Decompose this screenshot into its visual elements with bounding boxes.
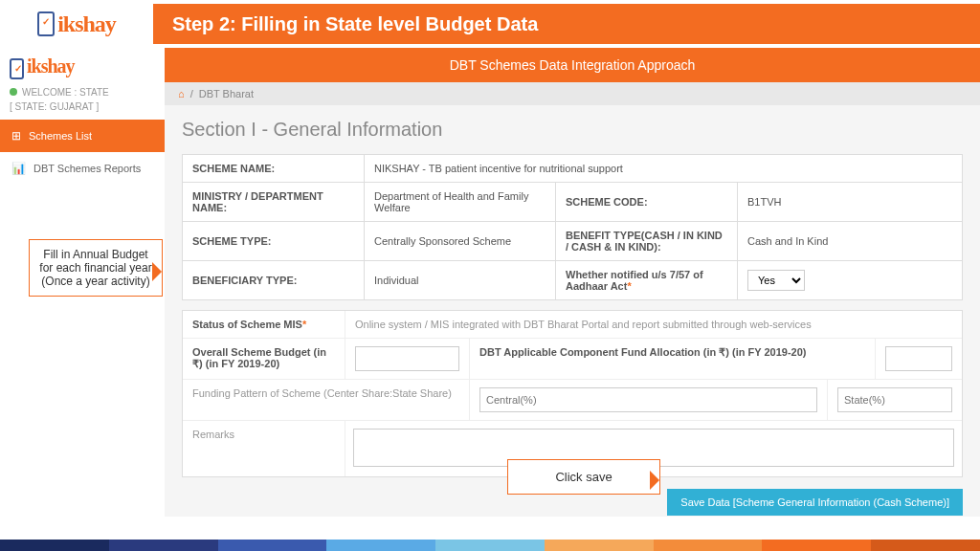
dbt-component-label: DBT Applicable Component Fund Allocation… (470, 339, 876, 379)
form-section: Status of Scheme MIS* Online system / MI… (182, 310, 963, 477)
scheme-type-label: SCHEME TYPE: (183, 222, 365, 261)
logo-text: ikshay (27, 55, 75, 77)
callout-budget: Fill in Annual Budget for each financial… (29, 239, 163, 297)
scheme-code-label: SCHEME CODE: (556, 183, 738, 222)
save-button[interactable]: Save Data [Scheme General Information (C… (667, 489, 963, 516)
scheme-name-value: NIKSHAY - TB patient incentive for nutri… (365, 155, 963, 183)
funding-pattern-label: Funding Pattern of Scheme (Center Share:… (183, 380, 470, 420)
benefit-type-label: BENEFIT TYPE(CASH / IN KIND / CASH & IN … (556, 222, 738, 261)
logo-top: ikshay (0, 11, 153, 37)
welcome-text: WELCOME : STATE (0, 85, 165, 99)
nav-dbt-reports[interactable]: 📊 DBT Schemes Reports (0, 152, 165, 185)
callout-save: Click save (507, 459, 660, 495)
breadcrumb: ⌂ / DBT Bharat (165, 82, 980, 105)
info-table: SCHEME NAME: NIKSHAY - TB patient incent… (182, 154, 963, 300)
home-icon[interactable]: ⌂ (178, 88, 185, 99)
status-mis-label: Status of Scheme MIS* (183, 311, 345, 338)
scheme-code-value: B1TVH (738, 183, 963, 222)
section-title: Section I - General Information (182, 119, 963, 141)
breadcrumb-sep: / (190, 88, 193, 99)
banner-title: DBT Schemes Data Integration Approach (165, 48, 980, 82)
overall-budget-label: Overall Scheme Budget (in ₹) (in FY 2019… (183, 339, 345, 379)
aadhaar-select-cell: Yes (738, 261, 963, 300)
ministry-value: Department of Health and Family Welfare (365, 183, 556, 222)
beneficiary-label: BENEFICIARY TYPE: (183, 261, 365, 300)
nav-label: Schemes List (29, 130, 92, 142)
dashboard-icon: ⊞ (11, 129, 21, 143)
ministry-label: MINISTRY / DEPARTMENT NAME: (183, 183, 365, 222)
central-percent-input[interactable] (479, 387, 817, 412)
remarks-label: Remarks (183, 421, 345, 476)
logo-text: ikshay (57, 11, 116, 37)
dbt-component-input[interactable] (885, 346, 952, 371)
nav-label: DBT Schemes Reports (33, 163, 141, 174)
step-title: Step 2: Filling in State level Budget Da… (153, 4, 980, 44)
nav-schemes-list[interactable]: ⊞ Schemes List (0, 120, 165, 152)
state-label: [ STATE: GUJARAT ] (0, 99, 165, 120)
footer-stripe (0, 540, 980, 551)
status-dot-icon (10, 88, 17, 96)
scheme-type-value: Centrally Sponsored Scheme (365, 222, 556, 261)
beneficiary-value: Individual (365, 261, 556, 300)
overall-budget-input[interactable] (355, 346, 459, 371)
phone-icon (10, 58, 24, 79)
status-mis-value: Online system / MIS integrated with DBT … (345, 311, 962, 338)
state-percent-input[interactable] (837, 387, 952, 412)
dashboard-icon: 📊 (11, 162, 26, 175)
scheme-name-label: SCHEME NAME: (183, 155, 365, 183)
aadhaar-select[interactable]: Yes (747, 270, 805, 291)
phone-icon (37, 11, 55, 36)
benefit-type-value: Cash and In Kind (738, 222, 963, 261)
content-area: DBT Schemes Data Integration Approach ⌂ … (165, 48, 980, 517)
logo-side: ikshay (0, 48, 165, 85)
aadhaar-label: Whether notified u/s 7/57 of Aadhaar Act… (556, 261, 738, 300)
breadcrumb-item[interactable]: DBT Bharat (199, 88, 254, 99)
